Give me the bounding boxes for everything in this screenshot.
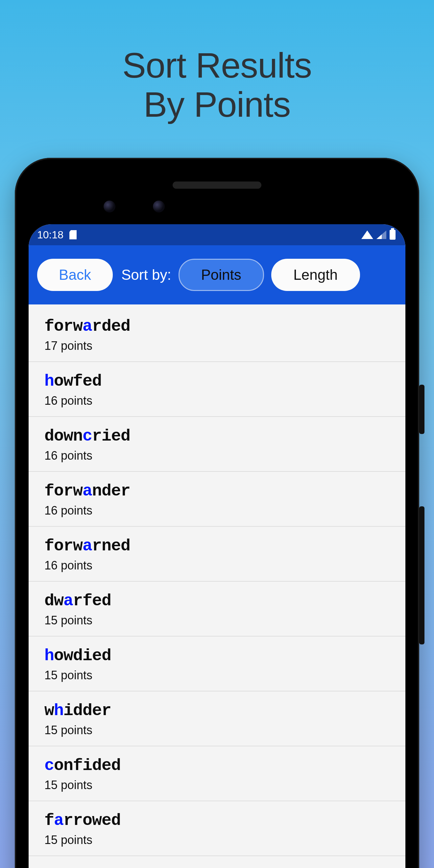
phone-side-button <box>419 506 425 644</box>
cellular-signal-icon <box>376 230 386 239</box>
toolbar: Back Sort by: Points Length <box>29 245 405 305</box>
result-points: 15 points <box>44 778 390 792</box>
sort-by-label: Sort by: <box>121 267 171 283</box>
result-points: 17 points <box>44 339 390 353</box>
result-word: forwarded <box>44 317 390 336</box>
result-points: 15 points <box>44 614 390 627</box>
result-points: 15 points <box>44 669 390 682</box>
sd-card-icon <box>69 230 76 239</box>
back-button[interactable]: Back <box>37 259 113 291</box>
result-row[interactable]: whidder15 points <box>29 691 405 746</box>
result-points: 15 points <box>44 833 390 847</box>
result-points: 16 points <box>44 559 390 572</box>
result-row[interactable]: farrowed15 points <box>29 801 405 856</box>
phone-side-button <box>419 385 425 434</box>
result-word: dwarfed <box>44 591 390 610</box>
promo-line-1: Sort Results <box>0 46 434 85</box>
phone-frame: 10:18 Back Sort by: Points Length forwar… <box>15 158 419 868</box>
status-bar: 10:18 <box>29 224 405 245</box>
results-list[interactable]: forwarded17 pointshowfed16 pointsdowncri… <box>29 305 405 856</box>
promo-line-2: By Points <box>0 85 434 124</box>
result-row[interactable]: confided15 points <box>29 746 405 801</box>
result-row[interactable]: howfed16 points <box>29 362 405 417</box>
result-word: downcried <box>44 427 390 445</box>
result-points: 16 points <box>44 394 390 408</box>
result-word: confided <box>44 756 390 775</box>
result-points: 15 points <box>44 723 390 737</box>
promo-headline: Sort Results By Points <box>0 0 434 124</box>
result-word: forwander <box>44 482 390 500</box>
wifi-icon <box>361 230 373 239</box>
result-row[interactable]: forwarned16 points <box>29 527 405 582</box>
result-points: 16 points <box>44 449 390 463</box>
camera-dot-icon <box>153 200 165 212</box>
result-word: forwarned <box>44 536 390 555</box>
result-word: whidder <box>44 701 390 720</box>
result-row[interactable]: dwarfed15 points <box>29 582 405 637</box>
result-word: howfed <box>44 372 390 391</box>
result-row[interactable]: downcried16 points <box>29 417 405 472</box>
battery-icon <box>390 230 396 240</box>
result-row[interactable]: howdied15 points <box>29 637 405 691</box>
result-points: 16 points <box>44 504 390 518</box>
sort-points-button[interactable]: Points <box>179 259 264 291</box>
sort-length-button[interactable]: Length <box>271 259 360 291</box>
result-word: howdied <box>44 646 390 665</box>
camera-dot-icon <box>103 200 115 212</box>
result-row[interactable]: forwander16 points <box>29 472 405 527</box>
result-row[interactable]: forwarded17 points <box>29 305 405 362</box>
status-time: 10:18 <box>37 229 63 241</box>
phone-screen: 10:18 Back Sort by: Points Length forwar… <box>29 224 405 868</box>
result-word: farrowed <box>44 811 390 830</box>
